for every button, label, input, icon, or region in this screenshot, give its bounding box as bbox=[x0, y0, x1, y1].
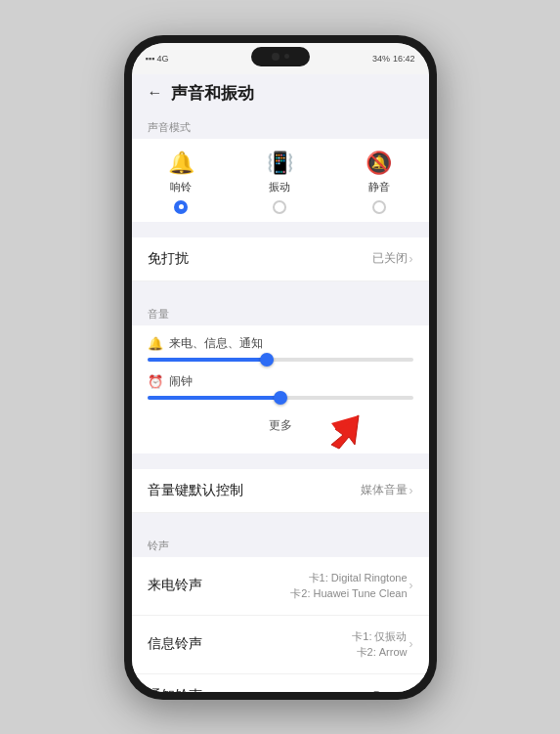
vibrate-icon: 📳 bbox=[267, 151, 293, 176]
notification-ringtone-label: 通知铃声 bbox=[148, 687, 202, 692]
sound-mode-selector: 🔔 响铃 📳 振动 🔕 静音 bbox=[132, 139, 429, 222]
screen-content: ← 声音和振动 声音模式 🔔 响铃 📳 振动 🔕 静音 bbox=[132, 74, 429, 692]
camera-lens bbox=[284, 54, 289, 59]
dnd-row[interactable]: 免打扰 已关闭 › bbox=[132, 237, 429, 281]
volume-section-label: 音量 bbox=[132, 297, 429, 325]
vibrate-label: 振动 bbox=[269, 180, 290, 194]
more-row: 更多 bbox=[148, 411, 413, 444]
volume-controls: 🔔 来电、信息、通知 ⏰ 闹钟 bbox=[132, 325, 429, 453]
status-bar: ▪▪▪ 4G 34% 16:42 bbox=[132, 43, 429, 74]
message-ringtone-line1: 卡1: 仅振动 bbox=[352, 630, 407, 642]
page-title: 声音和振动 bbox=[171, 82, 254, 105]
more-button[interactable]: 更多 bbox=[269, 417, 292, 434]
message-ringtone-label: 信息铃声 bbox=[148, 635, 202, 653]
ring-label: 响铃 bbox=[170, 180, 192, 194]
alarm-volume-icon: ⏰ bbox=[148, 374, 163, 389]
message-ringtone-chevron: › bbox=[409, 637, 413, 651]
dnd-chevron: › bbox=[409, 252, 413, 266]
alarm-slider-track[interactable] bbox=[148, 396, 413, 400]
notification-ringtone-line1: Bongo bbox=[373, 689, 408, 692]
notification-slider-thumb[interactable] bbox=[260, 353, 274, 367]
volume-key-label: 音量键默认控制 bbox=[148, 482, 243, 499]
signal-indicator: ▪▪▪ 4G bbox=[146, 54, 169, 64]
dnd-label: 免打扰 bbox=[148, 250, 189, 268]
clock-time: 16:42 bbox=[393, 54, 415, 64]
incoming-ringtone-chevron: › bbox=[409, 579, 413, 592]
camera-notch bbox=[251, 47, 310, 66]
notification-slider-track[interactable] bbox=[148, 358, 413, 362]
divider-4 bbox=[132, 521, 429, 529]
notification-ringtone-row[interactable]: 通知铃声 Bongo › bbox=[132, 674, 429, 692]
phone-device: ▪▪▪ 4G 34% 16:42 ← 声音和振动 声音模式 🔔 响铃 bbox=[124, 35, 437, 700]
incoming-ringtone-row[interactable]: 来电铃声 卡1: Digital Ringtone 卡2: Huawei Tun… bbox=[132, 557, 429, 616]
mode-silent[interactable]: 🔕 静音 bbox=[329, 151, 428, 214]
silent-label: 静音 bbox=[368, 180, 390, 194]
volume-notification: 🔔 来电、信息、通知 bbox=[148, 335, 413, 362]
message-ringtone-value: 卡1: 仅振动 卡2: Arrow › bbox=[352, 628, 412, 661]
divider-2 bbox=[132, 289, 429, 297]
volume-key-value: 媒体音量 › bbox=[361, 482, 413, 498]
incoming-ringtone-label: 来电铃声 bbox=[148, 577, 202, 594]
red-cursor-arrow-icon bbox=[322, 408, 365, 451]
mode-ring[interactable]: 🔔 响铃 bbox=[132, 151, 231, 214]
battery-percent: 34% bbox=[372, 54, 390, 64]
notification-slider-fill bbox=[148, 358, 267, 362]
message-ringtone-row[interactable]: 信息铃声 卡1: 仅振动 卡2: Arrow › bbox=[132, 616, 429, 674]
volume-key-row[interactable]: 音量键默认控制 媒体音量 › bbox=[132, 469, 429, 513]
incoming-ringtone-line1: 卡1: Digital Ringtone bbox=[309, 572, 408, 583]
notification-ringtone-chevron: › bbox=[409, 689, 413, 692]
ringtones-section-label: 铃声 bbox=[132, 529, 429, 557]
sound-mode-section-label: 声音模式 bbox=[132, 110, 429, 139]
cursor-pointer bbox=[322, 408, 365, 454]
notification-volume-label: 来电、信息、通知 bbox=[169, 335, 263, 352]
vibrate-radio[interactable] bbox=[273, 200, 286, 214]
silent-radio[interactable] bbox=[372, 200, 386, 214]
ringtones-card: 来电铃声 卡1: Digital Ringtone 卡2: Huawei Tun… bbox=[132, 557, 429, 692]
notification-ringtone-value: Bongo › bbox=[373, 689, 413, 692]
page-header: ← 声音和振动 bbox=[132, 74, 429, 110]
silent-icon: 🔕 bbox=[366, 151, 392, 176]
back-button[interactable]: ← bbox=[148, 84, 163, 102]
alarm-volume-label: 闹钟 bbox=[169, 373, 193, 390]
phone-screen: ▪▪▪ 4G 34% 16:42 ← 声音和振动 声音模式 🔔 响铃 bbox=[132, 43, 429, 692]
message-ringtone-line2: 卡2: Arrow bbox=[357, 646, 408, 658]
alarm-slider-fill bbox=[148, 396, 280, 400]
battery-time: 34% 16:42 bbox=[372, 54, 415, 64]
camera-sensor bbox=[272, 53, 280, 61]
incoming-ringtone-line2: 卡2: Huawei Tune Clean bbox=[290, 587, 407, 599]
dnd-value: 已关闭 › bbox=[372, 250, 413, 267]
divider-1 bbox=[132, 230, 429, 237]
alarm-slider-thumb[interactable] bbox=[274, 391, 287, 405]
incoming-ringtone-value: 卡1: Digital Ringtone 卡2: Huawei Tune Cle… bbox=[290, 570, 412, 602]
ring-icon: 🔔 bbox=[168, 151, 194, 176]
notification-volume-icon: 🔔 bbox=[148, 336, 163, 351]
ring-radio[interactable] bbox=[174, 200, 188, 214]
volume-key-chevron: › bbox=[409, 484, 413, 497]
volume-alarm: ⏰ 闹钟 bbox=[148, 373, 413, 400]
mode-vibrate[interactable]: 📳 振动 bbox=[231, 151, 329, 214]
divider-3 bbox=[132, 461, 429, 469]
